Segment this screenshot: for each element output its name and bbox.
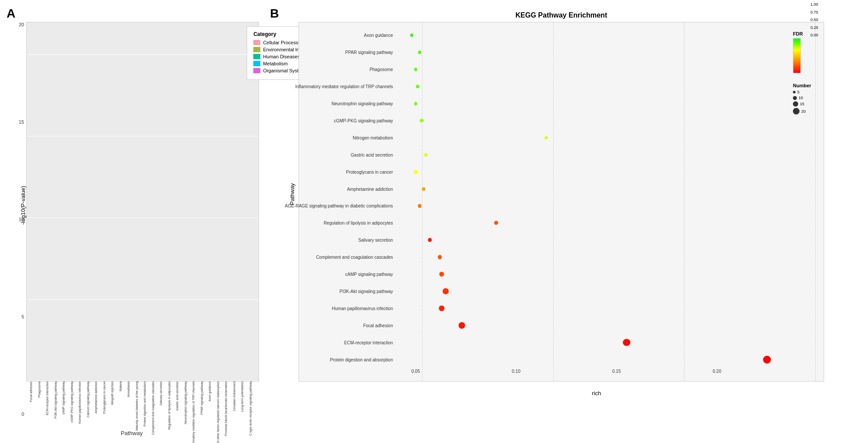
y-label-b: Salivary secretion xyxy=(358,238,393,243)
legend-color-swatch xyxy=(253,40,260,45)
fdr-labels: 1.000.750.500.250.00 xyxy=(810,2,818,37)
x-axis-title: Pathway xyxy=(121,430,143,436)
number-label: 20 xyxy=(801,109,806,114)
legend-color-swatch xyxy=(253,47,260,52)
dot xyxy=(414,170,418,174)
dot-plot-area xyxy=(396,27,797,368)
y-label-b: PI3K-Akt signaling pathway xyxy=(339,289,393,293)
x-tick: 0.15 xyxy=(612,369,621,374)
x-label: Proteoglycans in cancer xyxy=(103,381,110,414)
number-item: 10 xyxy=(793,96,828,100)
x-label: Phagosome xyxy=(38,381,45,397)
x-label: cGMP-PKG signaling pathway xyxy=(70,381,78,422)
chart-title: KEGG Pathway Enrichment xyxy=(299,11,824,19)
x-label: Neurotrophin signaling pathway xyxy=(184,381,191,424)
y-label-b: Inflammatory mediator regulation of TRP … xyxy=(295,84,393,89)
x-label: Inflammatory mediator regulation of TRP … xyxy=(192,381,199,443)
y-tick: 10 xyxy=(19,217,24,222)
y-label-b: Focal adhesion xyxy=(363,323,393,328)
dot xyxy=(414,68,418,71)
y-label-b: Protein digestion and absorption xyxy=(330,357,393,362)
y-tick: 15 xyxy=(19,119,24,125)
x-label: Gastric acid secretion xyxy=(176,381,183,411)
x-tick: 0.20 xyxy=(713,369,721,374)
x-label: Malaria xyxy=(119,381,126,391)
y-label-b: Amphetamine addiction xyxy=(347,186,393,191)
dot xyxy=(623,339,630,346)
y-axis-title-b: Pathway xyxy=(289,183,295,205)
bars-area xyxy=(27,22,259,381)
dot xyxy=(420,119,423,122)
x-label: PI3K-Akt signaling pathway xyxy=(54,381,61,418)
fdr-label: 0.25 xyxy=(810,25,818,30)
x-label: Proximal tubule bicarbonate reclamation xyxy=(224,381,232,436)
dot xyxy=(418,51,421,54)
x-label: Amoebiasis xyxy=(127,381,134,397)
number-dot xyxy=(793,96,797,100)
x-label: C-type lectin receptor signaling pathway xyxy=(249,381,256,436)
dot xyxy=(545,136,548,139)
number-label: 5 xyxy=(797,90,800,94)
dot-chart: KEGG Pathway Enrichment Axon guidancePPA… xyxy=(299,22,824,382)
number-label: 10 xyxy=(799,96,803,100)
fdr-gradient xyxy=(793,38,801,73)
y-label-b: Human papillomavirus infection xyxy=(332,306,393,311)
x-label: Allograft rejection xyxy=(111,381,118,405)
fdr-label: 1.00 xyxy=(810,2,818,7)
number-label: 15 xyxy=(800,102,804,106)
number-dot xyxy=(793,108,800,114)
x-label: Regulation of lipolysis in adipocytes xyxy=(168,381,175,430)
x-label: Axon guidance xyxy=(208,381,216,401)
x-label: Endocrine and other factor-regulated cal… xyxy=(216,381,224,443)
x-label: Focal adhesion xyxy=(29,381,37,402)
dot xyxy=(439,272,444,277)
y-label-b: PPAR signaling pathway xyxy=(345,50,393,55)
y-label-b: Proteoglycans in cancer xyxy=(346,169,393,174)
dot xyxy=(416,85,420,88)
x-tick: 0.05 xyxy=(411,369,420,374)
legend-color-swatch xyxy=(253,54,260,59)
fdr-label: 0.75 xyxy=(810,10,818,14)
number-item: 15 xyxy=(793,101,828,107)
number-item: 20 xyxy=(793,108,828,114)
y-ticks: 20151050 xyxy=(15,22,24,417)
x-label: Human papillomavirus infection xyxy=(78,381,86,424)
x-label: Calcium signaling pathway xyxy=(86,381,94,418)
legend-color-swatch xyxy=(253,61,260,66)
panel-b-label: B xyxy=(270,7,279,21)
dot xyxy=(494,221,498,225)
dot xyxy=(424,153,428,157)
x-label: PPAR signaling pathway xyxy=(200,381,208,414)
panel-a: A Focal adhesionPhagosomeECM-receptor in… xyxy=(0,0,263,443)
x-label: ECM-receptor interaction xyxy=(46,381,53,415)
x-axis: 0.050.100.150.20 xyxy=(396,368,797,381)
y-label-b: ECM-receptor interaction xyxy=(344,340,393,345)
legend-color-swatch xyxy=(253,68,260,73)
x-label: Complement and coagulation cascades xyxy=(151,381,159,435)
dot xyxy=(458,322,465,329)
x-label: Protein digestion and metabolism xyxy=(143,381,151,427)
y-label-b: Nitrogen metabolism xyxy=(353,135,393,140)
dot xyxy=(443,288,449,294)
x-label: Amphetamine addiction xyxy=(94,381,102,413)
y-label-b: cAMP signaling pathway xyxy=(345,272,393,277)
x-label: Maturity onset diabetes of the young xyxy=(135,381,143,431)
y-label-b: Neurotrophin signaling pathway xyxy=(331,101,393,106)
number-items: 5101520 xyxy=(793,90,828,114)
number-dot xyxy=(793,101,798,107)
x-tick: 0.10 xyxy=(512,369,520,374)
x-label: cAMP signaling pathway xyxy=(62,381,69,414)
y-label-b: Complement and coagulation cascades xyxy=(316,255,393,260)
y-tick: 0 xyxy=(22,411,24,417)
x-axis-title-b: rich xyxy=(396,390,797,397)
number-dot xyxy=(793,91,796,93)
x-label: Long-term potentiation xyxy=(241,381,248,412)
y-tick: 20 xyxy=(19,22,24,27)
panel-a-label: A xyxy=(7,7,15,21)
y-tick: 5 xyxy=(22,314,24,319)
number-legend-title: Number xyxy=(793,83,828,88)
y-label-b: cGMP-PKG signaling pathway xyxy=(334,118,393,123)
number-legend: Number 5101520 xyxy=(793,83,828,114)
fdr-legend: FDR 1.000.750.500.250.00 Number 5101520 xyxy=(793,31,828,116)
y-label-b: Phagosome xyxy=(370,67,393,72)
